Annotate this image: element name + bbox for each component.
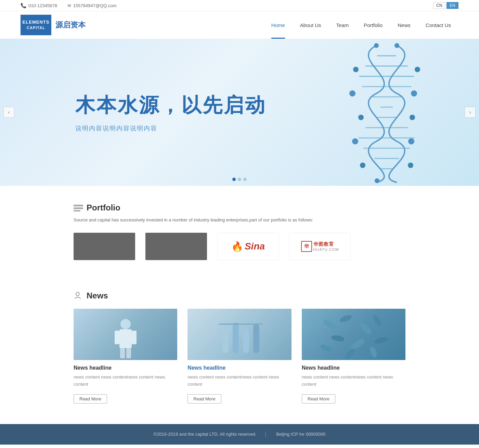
svg-rect-38: [253, 324, 259, 353]
portfolio-logo-sina: 🔥 Sina: [217, 233, 279, 260]
hero-dots: [232, 178, 247, 181]
svg-point-20: [352, 138, 358, 144]
svg-point-15: [415, 67, 420, 72]
nav-about[interactable]: About Us: [293, 11, 329, 39]
svg-point-24: [375, 178, 379, 183]
footer: ©2016-2019 and the capital LTD. All righ…: [0, 424, 479, 445]
read-more-button-2[interactable]: Read More: [187, 394, 221, 404]
svg-rect-34: [126, 348, 131, 358]
portfolio-logo-1: [74, 233, 135, 260]
footer-divider: [266, 432, 266, 437]
language-switcher: CN EN: [433, 2, 458, 9]
dna-graphic: [287, 39, 465, 186]
read-more-button-1[interactable]: Read More: [74, 394, 107, 404]
svg-point-16: [349, 90, 355, 97]
svg-rect-27: [74, 210, 80, 212]
svg-point-28: [76, 292, 79, 296]
lang-cn-button[interactable]: CN: [433, 2, 445, 9]
svg-point-18: [358, 115, 364, 120]
hero-slider: 木本水源，以先启动 说明内容说明内容说明内容: [0, 39, 479, 186]
read-more-button-3[interactable]: Read More: [302, 394, 335, 404]
phone-number: 010-12345678: [28, 3, 57, 8]
top-bar-left: 📞 010-12345678 ✉ 155784947@QQ.com: [21, 3, 117, 8]
news-content-3: news content news contentnews content ne…: [302, 374, 405, 388]
hero-prev-button[interactable]: ‹: [3, 107, 14, 118]
portfolio-title: Portfolio: [87, 203, 120, 213]
huatu-logo: 华 华图教育 HUATU.COM: [301, 241, 339, 252]
nav-team[interactable]: Team: [329, 11, 357, 39]
news-section: News News headline news content news con…: [0, 277, 479, 424]
svg-point-42: [358, 321, 373, 336]
svg-point-46: [374, 336, 389, 345]
svg-rect-36: [233, 322, 239, 353]
email-address: 155784947@QQ.com: [73, 3, 117, 8]
portfolio-logo-huatu: 华 华图教育 HUATU.COM: [289, 233, 351, 260]
news-card-1: News headline news content news contentn…: [74, 309, 177, 404]
email-icon: ✉: [67, 3, 71, 8]
svg-point-13: [394, 43, 399, 48]
news-image-3: [302, 309, 405, 360]
logo-area: Elements Capital 源启资本: [21, 15, 86, 35]
phone-info: 📞 010-12345678: [21, 3, 57, 8]
svg-rect-31: [115, 331, 119, 344]
news-headline-3: News headline: [302, 365, 405, 371]
huatu-icon: 华: [301, 241, 312, 252]
nav-portfolio[interactable]: Portfolio: [356, 11, 390, 39]
main-nav: Home About Us Team Portfolio News Contac…: [264, 11, 458, 39]
svg-point-29: [120, 319, 131, 329]
svg-point-40: [322, 318, 337, 331]
lang-en-button[interactable]: EN: [446, 2, 458, 9]
svg-rect-26: [74, 207, 83, 209]
sina-logo: 🔥 Sina: [231, 241, 265, 252]
svg-point-12: [374, 43, 379, 48]
news-headline-1: News headline: [74, 365, 177, 371]
header: Elements Capital 源启资本 Home About Us Team…: [0, 11, 479, 39]
svg-point-22: [360, 163, 365, 168]
huatu-en-text: HUATU.COM: [313, 247, 339, 252]
svg-point-19: [410, 115, 415, 120]
news-card-3: News headline news content news contentn…: [302, 309, 405, 404]
hero-dot-2[interactable]: [238, 178, 241, 181]
svg-point-43: [331, 334, 345, 342]
news-icon: [74, 292, 83, 299]
hero-dot-1[interactable]: [232, 178, 236, 181]
svg-rect-25: [74, 205, 83, 206]
svg-point-47: [319, 343, 333, 353]
svg-point-14: [353, 67, 359, 72]
svg-point-49: [369, 346, 378, 359]
hero-next-button[interactable]: ›: [465, 107, 476, 118]
svg-rect-35: [222, 326, 229, 353]
news-content-2: news content news contentnews content ne…: [187, 374, 291, 388]
nav-home[interactable]: Home: [264, 11, 293, 39]
footer-copyright: ©2016-2019 and the capital LTD. All righ…: [154, 432, 256, 437]
hero-subtitle: 说明内容说明内容说明内容: [75, 124, 266, 132]
huatu-cn-text: 华图教育: [313, 241, 339, 247]
sina-flame-icon: 🔥: [231, 241, 243, 252]
svg-point-17: [411, 90, 417, 97]
svg-rect-32: [132, 331, 137, 344]
top-bar: 📞 010-12345678 ✉ 155784947@QQ.com CN EN: [0, 0, 479, 11]
svg-rect-37: [243, 329, 249, 353]
news-content-1: news content news contentnews content ne…: [74, 374, 177, 388]
phone-icon: 📞: [21, 3, 26, 8]
nav-news[interactable]: News: [390, 11, 418, 39]
news-card-2: News headline news content news contentn…: [187, 309, 291, 404]
news-header: News: [74, 291, 405, 300]
news-image-2: [187, 309, 291, 360]
portfolio-logo-2: [145, 233, 207, 260]
nav-contact[interactable]: Contact Us: [418, 11, 458, 39]
hero-dot-3[interactable]: [243, 178, 247, 181]
hero-content: 木本水源，以先启动 说明内容说明内容说明内容: [75, 92, 266, 132]
portfolio-icon: [74, 204, 83, 212]
svg-rect-33: [120, 348, 125, 358]
svg-point-21: [408, 138, 414, 144]
footer-icp: Beijing ICP for 00000000: [276, 432, 325, 437]
logo-line2: Capital: [27, 25, 45, 30]
news-headline-2: News headline: [187, 365, 291, 371]
logo-cn: 源启资本: [55, 20, 86, 30]
news-image-1: [74, 309, 177, 360]
svg-point-45: [372, 314, 383, 327]
news-title: News: [87, 291, 108, 300]
email-info: ✉ 155784947@QQ.com: [67, 3, 117, 8]
news-grid: News headline news content news contentn…: [74, 309, 405, 404]
